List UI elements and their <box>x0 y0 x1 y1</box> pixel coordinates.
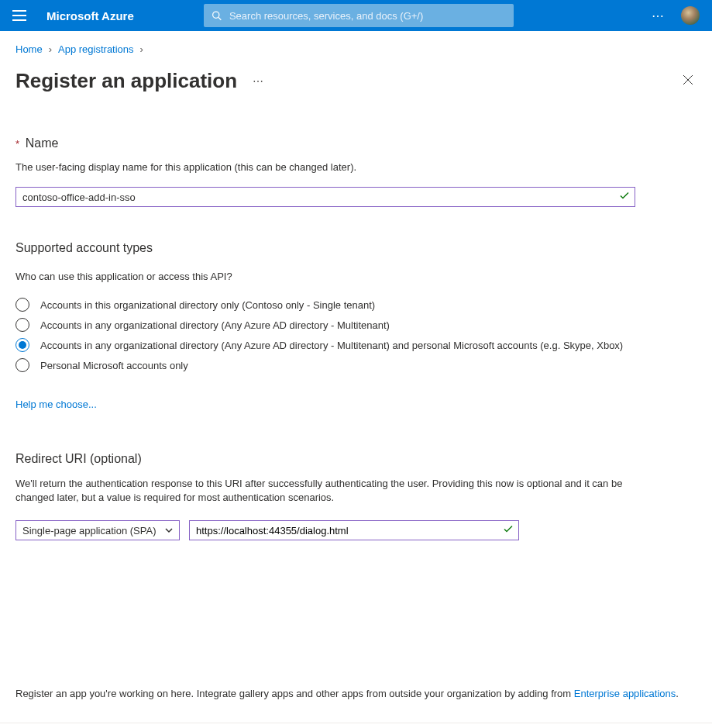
help-me-choose-link[interactable]: Help me choose... <box>15 399 97 410</box>
page-title: Register an application <box>15 69 237 93</box>
redirect-uri-description: We'll return the authentication response… <box>15 477 635 505</box>
radio-label: Accounts in any organizational directory… <box>40 340 623 351</box>
name-label: Name <box>26 136 59 150</box>
radio-icon <box>15 318 29 332</box>
svg-point-0 <box>212 12 218 18</box>
account-types-heading: Supported account types <box>15 241 697 255</box>
account-type-radio[interactable]: Accounts in this organizational director… <box>15 295 697 315</box>
name-description: The user-facing display name for this ap… <box>15 161 697 173</box>
redirect-uri-input[interactable] <box>189 520 519 540</box>
brand-label: Microsoft Azure <box>46 9 134 22</box>
enterprise-apps-note: Register an app you're working on here. … <box>15 688 697 699</box>
redirect-uri-heading: Redirect URI (optional) <box>15 452 697 466</box>
valid-check-icon <box>504 525 513 537</box>
radio-label: Accounts in any organizational directory… <box>40 319 390 331</box>
radio-label: Accounts in this organizational director… <box>40 299 375 311</box>
radio-icon <box>15 338 29 352</box>
breadcrumb: Home › App registrations › <box>15 43 697 55</box>
more-menu[interactable]: ⋯ <box>652 9 666 23</box>
chevron-right-icon: › <box>140 43 143 55</box>
breadcrumb-app-registrations[interactable]: App registrations <box>58 43 134 55</box>
platform-select-value: Single-page application (SPA) <box>22 525 156 537</box>
svg-line-1 <box>218 17 221 19</box>
valid-check-icon <box>620 191 629 203</box>
radio-icon <box>15 358 29 372</box>
close-button[interactable] <box>679 71 697 91</box>
account-type-radio[interactable]: Accounts in any organizational directory… <box>15 315 697 335</box>
app-name-input[interactable] <box>15 187 635 207</box>
chevron-down-icon <box>165 526 173 534</box>
search-icon <box>212 10 222 21</box>
chevron-right-icon: › <box>49 43 52 55</box>
account-type-radio[interactable]: Accounts in any organizational directory… <box>15 335 697 355</box>
breadcrumb-home[interactable]: Home <box>15 43 43 55</box>
radio-icon <box>15 298 29 312</box>
search-input[interactable] <box>229 10 506 22</box>
page-more-menu[interactable]: ⋯ <box>253 75 265 88</box>
menu-toggle[interactable] <box>12 8 28 23</box>
avatar[interactable] <box>681 6 700 25</box>
platform-select[interactable]: Single-page application (SPA) <box>15 520 180 540</box>
account-types-question: Who can use this application or access t… <box>15 271 697 282</box>
enterprise-applications-link[interactable]: Enterprise applications <box>574 688 676 699</box>
divider <box>0 723 712 723</box>
account-type-radio[interactable]: Personal Microsoft accounts only <box>15 355 697 375</box>
close-icon <box>683 74 693 85</box>
global-search[interactable] <box>204 4 514 27</box>
radio-label: Personal Microsoft accounts only <box>40 360 188 371</box>
required-indicator: * <box>15 138 19 150</box>
